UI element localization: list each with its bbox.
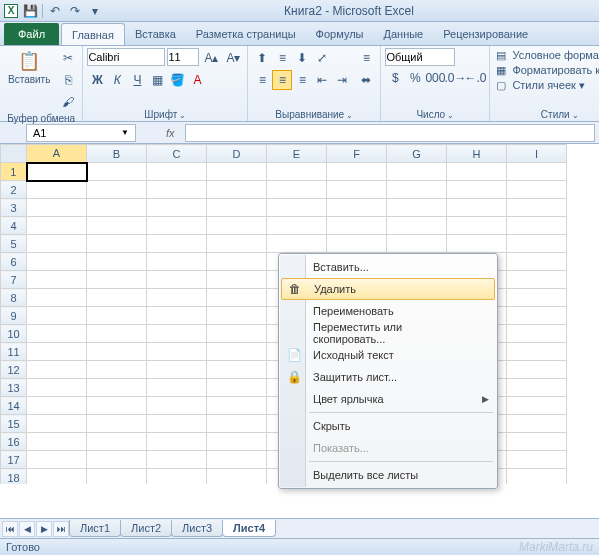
cell[interactable] [87,325,147,343]
cell[interactable] [207,433,267,451]
cell[interactable] [387,217,447,235]
cell[interactable] [147,253,207,271]
cell[interactable] [207,469,267,485]
excel-app-icon[interactable]: X [4,4,18,18]
cell[interactable] [87,289,147,307]
cell[interactable] [147,469,207,485]
cell[interactable] [387,181,447,199]
font-color-button[interactable]: A [187,70,207,90]
cell[interactable] [507,397,567,415]
align-top-icon[interactable]: ⬆ [252,48,272,68]
cell[interactable] [207,361,267,379]
row-header[interactable]: 11 [1,343,27,361]
cell[interactable] [27,343,87,361]
cell[interactable] [447,235,507,253]
align-right-icon[interactable]: ≡ [292,70,312,90]
row-header[interactable]: 15 [1,415,27,433]
cell[interactable] [267,181,327,199]
column-header[interactable]: A [27,145,87,163]
cell[interactable] [207,451,267,469]
cell[interactable] [87,163,147,181]
cell[interactable] [387,199,447,217]
cell[interactable] [387,235,447,253]
comma-button[interactable]: 000 [425,68,445,88]
row-header[interactable]: 10 [1,325,27,343]
menu-move-copy[interactable]: Переместить или скопировать... [281,322,495,344]
cell[interactable] [27,271,87,289]
paste-button[interactable]: 📋 Вставить [4,48,54,87]
cell[interactable] [87,199,147,217]
redo-icon[interactable]: ↷ [67,3,83,19]
cell[interactable] [27,235,87,253]
align-center-icon[interactable]: ≡ [272,70,292,90]
cell[interactable] [27,163,87,181]
cell[interactable] [27,181,87,199]
cell[interactable] [147,343,207,361]
cell[interactable] [207,415,267,433]
cell[interactable] [327,181,387,199]
qat-customize-dropdown[interactable]: ▾ [87,3,103,19]
column-header[interactable]: H [447,145,507,163]
fx-icon[interactable]: fx [166,127,175,139]
cell[interactable] [207,235,267,253]
name-box-dropdown-icon[interactable]: ▼ [121,128,129,137]
sheet-nav-last-icon[interactable]: ⏭ [53,521,69,537]
wrap-text-button[interactable]: ≡ [356,48,376,68]
row-header[interactable]: 4 [1,217,27,235]
cell[interactable] [27,253,87,271]
copy-icon[interactable]: ⎘ [58,70,78,90]
cell-styles-button[interactable]: ▢Стили ячеек ▾ [494,78,599,92]
row-header[interactable]: 3 [1,199,27,217]
tab-formulas[interactable]: Формулы [306,23,374,45]
column-header[interactable]: B [87,145,147,163]
orientation-icon[interactable]: ⤢ [312,48,332,68]
cell[interactable] [507,325,567,343]
fill-color-button[interactable]: 🪣 [167,70,187,90]
cell[interactable] [27,325,87,343]
cell[interactable] [147,379,207,397]
cell[interactable] [327,199,387,217]
cell[interactable] [147,289,207,307]
cell[interactable] [267,163,327,181]
cell[interactable] [447,181,507,199]
cell[interactable] [27,451,87,469]
cell[interactable] [207,397,267,415]
cell[interactable] [87,397,147,415]
menu-tab-color[interactable]: Цвет ярлычка▶ [281,388,495,410]
cell[interactable] [147,415,207,433]
cell[interactable] [507,289,567,307]
cell[interactable] [207,289,267,307]
cell[interactable] [507,199,567,217]
tab-insert[interactable]: Вставка [125,23,186,45]
cell[interactable] [27,307,87,325]
tab-page-layout[interactable]: Разметка страницы [186,23,306,45]
sheet-nav-next-icon[interactable]: ▶ [36,521,52,537]
cell[interactable] [207,199,267,217]
italic-button[interactable]: К [107,70,127,90]
currency-button[interactable]: $ [385,68,405,88]
tab-review[interactable]: Рецензирование [433,23,538,45]
cell[interactable] [147,235,207,253]
cell[interactable] [27,469,87,485]
cell[interactable] [207,181,267,199]
cell[interactable] [327,217,387,235]
row-header[interactable]: 13 [1,379,27,397]
border-button[interactable]: ▦ [147,70,167,90]
increase-decimal-button[interactable]: .0→ [445,68,465,88]
cell[interactable] [27,379,87,397]
cell[interactable] [207,379,267,397]
cell[interactable] [507,163,567,181]
cell[interactable] [507,379,567,397]
cell[interactable] [27,397,87,415]
cell[interactable] [27,217,87,235]
cell[interactable] [207,271,267,289]
font-name-select[interactable] [87,48,165,66]
align-left-icon[interactable]: ≡ [252,70,272,90]
menu-hide[interactable]: Скрыть [281,415,495,437]
row-header[interactable]: 1 [1,163,27,181]
cell[interactable] [207,253,267,271]
column-header[interactable]: G [387,145,447,163]
menu-insert[interactable]: Вставить... [281,256,495,278]
cell[interactable] [87,451,147,469]
cell[interactable] [27,433,87,451]
